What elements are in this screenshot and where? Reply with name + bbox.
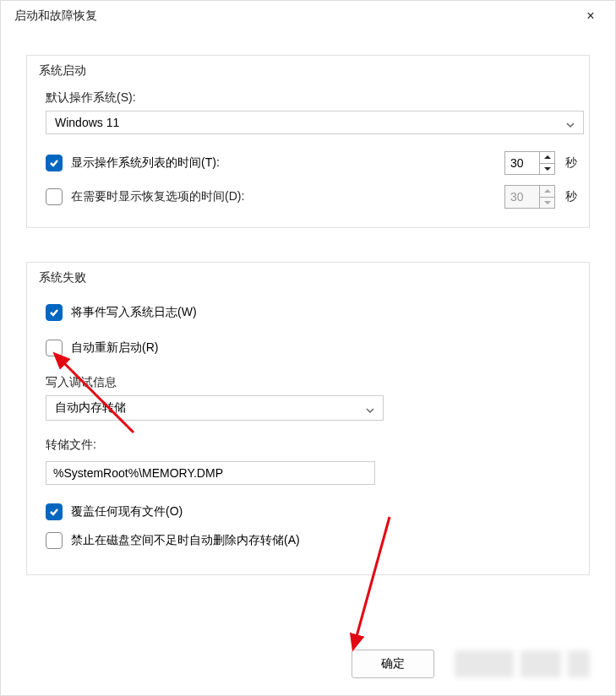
overwrite-label: 覆盖任何现有文件(O) (71, 504, 183, 519)
obscured-button (455, 650, 514, 677)
debug-info-label: 写入调试信息 (46, 375, 577, 390)
show-os-list-checkbox[interactable] (46, 155, 63, 171)
auto-restart-row: 自动重新启动(R) (46, 340, 577, 356)
prohibit-delete-label: 禁止在磁盘空间不足时自动删除内存转储(A) (71, 533, 300, 548)
default-os-select[interactable]: Windows 11 (46, 111, 584, 134)
os-list-seconds-spinner[interactable] (504, 151, 555, 175)
obscured-button (568, 650, 590, 677)
section-system-failure: 系统失败 将事件写入系统日志(W) 自动重新启动(R) 写入调试信息 自动内存转… (26, 262, 590, 575)
spinner-up-icon[interactable] (540, 152, 554, 164)
overwrite-checkbox[interactable] (46, 503, 63, 520)
write-event-log-row: 将事件写入系统日志(W) (46, 304, 577, 321)
auto-restart-label: 自动重新启动(R) (71, 340, 158, 356)
show-recovery-checkbox[interactable] (46, 188, 63, 205)
show-os-list-label: 显示操作系统列表的时间(T): (71, 155, 220, 171)
section-system-startup: 系统启动 默认操作系统(S): Windows 11 显示操作系统列表的时间(T… (26, 55, 590, 228)
dialog-window: 启动和故障恢复 × 系统启动 默认操作系统(S): Windows 11 显示操… (0, 0, 616, 696)
os-list-seconds-unit: 秒 (565, 155, 577, 171)
debug-info-select[interactable]: 自动内存转储 (46, 395, 384, 421)
os-list-seconds-input[interactable] (505, 152, 539, 174)
default-os-label: 默认操作系统(S): (46, 90, 577, 106)
show-recovery-row: 在需要时显示恢复选项的时间(D): 秒 (46, 185, 577, 209)
show-recovery-label: 在需要时显示恢复选项的时间(D): (71, 189, 244, 204)
chevron-down-icon (566, 118, 575, 127)
chevron-down-icon (366, 404, 374, 412)
dump-file-label: 转储文件: (46, 438, 577, 453)
overwrite-row: 覆盖任何现有文件(O) (46, 503, 577, 520)
write-event-log-label: 将事件写入系统日志(W) (71, 305, 197, 320)
spinner-down-icon[interactable] (540, 164, 554, 175)
auto-restart-checkbox[interactable] (46, 340, 63, 356)
recovery-seconds-input (505, 186, 539, 208)
titlebar: 启动和故障恢复 × (1, 1, 615, 31)
default-os-value: Windows 11 (55, 116, 119, 129)
section-title-startup: 系统启动 (35, 63, 90, 79)
recovery-seconds-unit: 秒 (565, 189, 577, 204)
obscured-button (521, 650, 561, 677)
prohibit-delete-checkbox[interactable] (46, 532, 63, 549)
content-area: 系统启动 默认操作系统(S): Windows 11 显示操作系统列表的时间(T… (1, 31, 615, 641)
spinner-down-icon (540, 198, 554, 209)
dialog-footer: 确定 (1, 641, 615, 695)
dump-file-input[interactable] (46, 461, 375, 485)
dialog-title: 启动和故障恢复 (14, 8, 97, 24)
show-os-list-row: 显示操作系统列表的时间(T): 秒 (46, 151, 577, 175)
ok-button[interactable]: 确定 (352, 650, 434, 678)
spinner-up-icon (540, 186, 554, 198)
prohibit-delete-row: 禁止在磁盘空间不足时自动删除内存转储(A) (46, 532, 577, 549)
section-title-failure: 系统失败 (35, 270, 90, 285)
close-icon[interactable]: × (578, 8, 603, 24)
write-event-log-checkbox[interactable] (46, 304, 63, 321)
obscured-buttons (455, 650, 590, 677)
debug-info-value: 自动内存转储 (55, 400, 126, 416)
recovery-seconds-spinner (504, 185, 555, 209)
